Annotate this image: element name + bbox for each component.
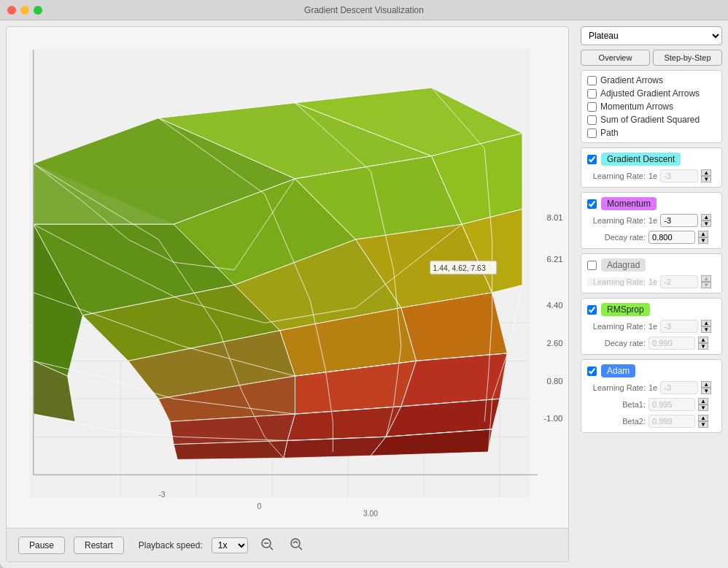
viz-container: 8.01 6.21 4.40 2.60 0.80 -1.00 -3 0 3.00: [7, 27, 568, 528]
adagrad-lr-unit: 1e: [648, 277, 657, 286]
gd-lr-label: Learning Rate:: [587, 172, 646, 180]
checkbox-path: Path: [587, 128, 716, 138]
rms-decay-down[interactable]: ▼: [698, 343, 708, 350]
tab-step-by-step[interactable]: Step-by-Step: [653, 50, 722, 66]
x-axis-label-2: 0: [257, 502, 261, 510]
minimize-button[interactable]: [20, 6, 29, 15]
mom-decay-up[interactable]: ▲: [698, 231, 708, 237]
restart-button[interactable]: Restart: [74, 537, 124, 554]
adjusted-gradient-arrows-checkbox[interactable]: [587, 89, 597, 99]
mom-lr-input[interactable]: [660, 214, 698, 227]
adagrad-lr-label: Learning Rate:: [587, 277, 646, 286]
rms-decay-input[interactable]: [648, 337, 695, 350]
canvas-area: 8.01 6.21 4.40 2.60 0.80 -1.00 -3 0 3.00: [6, 26, 569, 562]
sum-gradient-squared-checkbox[interactable]: [587, 115, 597, 125]
svg-line-42: [270, 547, 273, 550]
tab-overview[interactable]: Overview: [581, 50, 650, 66]
adagrad-checkbox[interactable]: [587, 261, 597, 270]
controls-bar: Pause Restart Playback speed: 0.25x 0.5x…: [7, 528, 568, 561]
gradient-descent-checkbox[interactable]: [587, 155, 597, 164]
y-axis-label-6: -1.00: [543, 414, 562, 423]
adam-beta1-down[interactable]: ▼: [698, 404, 708, 411]
gd-lr-input[interactable]: [660, 169, 698, 183]
mom-decay-down[interactable]: ▼: [698, 237, 708, 244]
gd-lr-unit: 1e: [648, 172, 657, 180]
window-title: Gradient Descent Visualization: [304, 5, 424, 15]
mom-decay-label: Decay rate:: [587, 233, 646, 242]
y-axis-label-1: 8.01: [546, 213, 562, 222]
zoom-reset-button[interactable]: [286, 535, 306, 556]
adam-lr-input[interactable]: [660, 381, 698, 394]
adam-checkbox[interactable]: [587, 366, 597, 376]
adagrad-lr-down[interactable]: ▼: [701, 282, 711, 288]
adam-beta1-input[interactable]: [648, 398, 695, 411]
gd-lr-up[interactable]: ▲: [701, 169, 711, 176]
adam-beta2-spinner: ▲ ▼: [698, 415, 708, 428]
rms-decay-spinner: ▲ ▼: [698, 337, 708, 350]
adam-lr-row: Learning Rate: 1e ▲ ▼: [587, 381, 716, 394]
rms-lr-input[interactable]: [660, 320, 698, 333]
rmsprop-checkbox[interactable]: [587, 305, 597, 315]
momentum-arrows-label: Momentum Arrows: [600, 101, 673, 112]
pause-button[interactable]: Pause: [18, 537, 65, 554]
rmsprop-header: RMSprop: [587, 303, 716, 316]
checkbox-adjusted-gradient-arrows: Adjusted Gradient Arrows: [587, 88, 716, 99]
adam-beta2-down[interactable]: ▼: [698, 421, 708, 428]
adam-beta1-spinner: ▲ ▼: [698, 398, 708, 411]
y-axis-label-3: 4.40: [546, 301, 562, 310]
momentum-arrows-checkbox[interactable]: [587, 102, 597, 112]
gradient-arrows-label: Gradient Arrows: [600, 75, 663, 85]
mom-lr-row: Learning Rate: 1e ▲ ▼: [587, 214, 716, 227]
rms-decay-row: Decay rate: ▲ ▼: [587, 337, 716, 350]
rms-lr-up[interactable]: ▲: [701, 320, 711, 326]
adam-lr-label: Learning Rate:: [587, 383, 646, 392]
adam-beta2-label: Beta2:: [587, 417, 646, 426]
close-button[interactable]: [7, 6, 16, 15]
adam-lr-down[interactable]: ▼: [701, 388, 711, 394]
window-controls: [7, 6, 42, 15]
mom-decay-row: Decay rate: ▲ ▼: [587, 231, 716, 244]
gradient-descent-header: Gradient Descent: [587, 153, 716, 166]
checkbox-gradient-arrows: Gradient Arrows: [587, 75, 716, 85]
sidebar: Plateau Bowl Saddle Ravine Overview Step…: [575, 20, 728, 568]
path-label: Path: [600, 128, 619, 138]
gradient-arrows-checkbox[interactable]: [587, 76, 597, 85]
sum-gradient-squared-label: Sum of Gradient Squared: [600, 115, 700, 125]
adagrad-lr-row: Learning Rate: 1e ▲ ▼: [587, 275, 716, 288]
adam-lr-up[interactable]: ▲: [701, 381, 711, 388]
adam-beta1-up[interactable]: ▲: [698, 398, 708, 404]
checkbox-sum-gradient-squared: Sum of Gradient Squared: [587, 115, 716, 125]
mom-lr-up[interactable]: ▲: [701, 214, 711, 220]
adam-lr-unit: 1e: [648, 383, 657, 392]
rmsprop-block: RMSprop Learning Rate: 1e ▲ ▼ Decay rate…: [581, 298, 722, 355]
zoom-out-button[interactable]: [257, 535, 277, 556]
rms-lr-unit: 1e: [648, 322, 657, 331]
y-axis-label-4: 2.60: [546, 339, 562, 348]
playback-speed-select[interactable]: 0.25x 0.5x 1x 2x 4x: [212, 537, 248, 553]
adam-beta2-up[interactable]: ▲: [698, 415, 708, 421]
adagrad-lr-input[interactable]: [660, 275, 698, 288]
playback-speed-label: Playback speed:: [139, 540, 203, 550]
gd-lr-down[interactable]: ▼: [701, 176, 711, 183]
mom-decay-input[interactable]: [648, 231, 695, 244]
adam-lr-spinner: ▲ ▼: [701, 381, 711, 394]
mom-decay-spinner: ▲ ▼: [698, 231, 708, 244]
maximize-button[interactable]: [34, 6, 42, 15]
rms-lr-down[interactable]: ▼: [701, 326, 711, 333]
svg-point-43: [291, 539, 300, 548]
gd-lr-spinner: ▲ ▼: [701, 169, 711, 183]
rms-decay-up[interactable]: ▲: [698, 337, 708, 343]
path-checkbox[interactable]: [587, 128, 597, 138]
momentum-checkbox[interactable]: [587, 199, 597, 209]
y-axis-label-5: 0.80: [546, 377, 562, 385]
rms-lr-label: Learning Rate:: [587, 322, 646, 331]
mom-lr-spinner: ▲ ▼: [701, 214, 711, 227]
svg-marker-24: [401, 353, 508, 407]
mom-lr-down[interactable]: ▼: [701, 220, 711, 227]
mom-lr-unit: 1e: [648, 216, 657, 225]
adam-beta2-input[interactable]: [648, 415, 695, 428]
scenario-dropdown[interactable]: Plateau Bowl Saddle Ravine: [581, 26, 722, 45]
adagrad-lr-up[interactable]: ▲: [701, 275, 711, 282]
app-window: Gradient Descent Visualization: [0, 0, 728, 568]
momentum-block: Momentum Learning Rate: 1e ▲ ▼ Decay rat…: [581, 192, 722, 249]
